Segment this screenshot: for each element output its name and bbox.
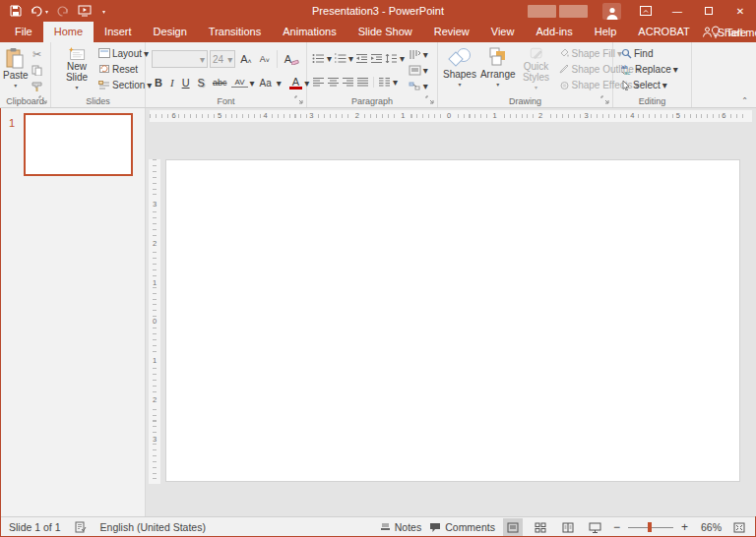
- font-name-combobox[interactable]: ▾: [152, 50, 208, 68]
- select-button[interactable]: Select▾: [621, 80, 691, 90]
- normal-view-button[interactable]: [503, 518, 523, 536]
- reset-button[interactable]: Reset: [98, 64, 152, 75]
- tab-help[interactable]: Help: [584, 22, 628, 42]
- change-case-button[interactable]: Aa: [257, 78, 275, 89]
- close-button[interactable]: ✕: [724, 0, 756, 22]
- shapes-dropdown-icon[interactable]: ▾: [458, 80, 461, 90]
- select-icon: [621, 80, 631, 90]
- slide-canvas[interactable]: [165, 159, 740, 482]
- quick-styles-icon: [525, 47, 548, 61]
- tab-review[interactable]: Review: [423, 22, 480, 42]
- character-spacing-dropdown-icon[interactable]: ▾: [250, 78, 255, 89]
- arrange-button[interactable]: Arrange ▾: [480, 45, 516, 93]
- fit-slide-to-window-icon[interactable]: [729, 518, 749, 536]
- shapes-button[interactable]: Shapes ▾: [443, 45, 476, 93]
- layout-button[interactable]: Layout▾: [98, 48, 152, 59]
- ribbon-display-options-icon[interactable]: [630, 0, 662, 22]
- bullets-dropdown-icon[interactable]: ▾: [327, 53, 332, 64]
- quick-styles-button[interactable]: Quick Styles ▾: [520, 45, 553, 93]
- horizontal-ruler[interactable]: 6 5 4 3 2 1 0 1 2 3 4 5 6: [150, 110, 752, 122]
- cut-icon[interactable]: ✂: [29, 48, 46, 61]
- columns-icon[interactable]: [378, 77, 391, 88]
- align-center-icon[interactable]: [327, 77, 340, 88]
- replace-button[interactable]: abac Replace▾: [621, 64, 691, 75]
- change-case-dropdown-icon[interactable]: ▾: [277, 78, 282, 89]
- reading-view-button[interactable]: [558, 518, 578, 536]
- convert-to-smartart-button[interactable]: ▾: [409, 81, 435, 91]
- drawing-dialog-launcher-icon[interactable]: [600, 95, 610, 105]
- clipboard-dialog-launcher-icon[interactable]: [38, 95, 48, 105]
- replace-dropdown-icon[interactable]: ▾: [673, 64, 678, 75]
- increase-font-size-button[interactable]: A˄: [237, 53, 254, 65]
- line-spacing-dropdown-icon[interactable]: ▾: [400, 53, 405, 64]
- paste-dropdown-icon[interactable]: ▾: [14, 81, 17, 91]
- align-right-icon[interactable]: [342, 77, 354, 88]
- find-button[interactable]: Find: [621, 48, 691, 59]
- line-spacing-icon[interactable]: [385, 53, 398, 64]
- italic-button[interactable]: I: [167, 77, 177, 89]
- new-slide-button[interactable]: New Slide ▾: [61, 45, 93, 93]
- zoom-in-button[interactable]: +: [681, 520, 688, 534]
- character-spacing-button[interactable]: AV: [231, 78, 247, 88]
- vertical-ruler[interactable]: 3 2 1 0 1 2 3: [149, 159, 160, 484]
- bold-button[interactable]: B: [152, 77, 165, 89]
- font-size-combobox[interactable]: 24▾: [210, 50, 235, 68]
- tab-acrobat[interactable]: ACROBAT: [627, 22, 700, 42]
- bullets-icon[interactable]: [312, 53, 325, 64]
- zoom-out-button[interactable]: −: [613, 520, 620, 534]
- font-dialog-launcher-icon[interactable]: [294, 95, 304, 105]
- numbering-icon[interactable]: [334, 53, 346, 64]
- decrease-font-size-button[interactable]: A˅: [257, 54, 273, 64]
- numbering-dropdown-icon[interactable]: ▾: [348, 53, 353, 64]
- new-slide-dropdown-icon[interactable]: ▾: [75, 83, 78, 93]
- slide-indicator[interactable]: Slide 1 of 1: [9, 521, 61, 533]
- minimize-button[interactable]: —: [662, 0, 693, 22]
- zoom-level[interactable]: 66%: [696, 521, 722, 533]
- clear-formatting-button[interactable]: A: [282, 53, 302, 65]
- zoom-slider[interactable]: [628, 518, 673, 536]
- paragraph-dialog-launcher-icon[interactable]: [425, 95, 435, 105]
- notes-button[interactable]: Notes: [380, 521, 421, 533]
- columns-dropdown-icon[interactable]: ▾: [393, 77, 398, 88]
- share-button[interactable]: Share: [702, 22, 746, 42]
- section-button[interactable]: Section▾: [98, 80, 152, 90]
- paste-button[interactable]: Paste ▾: [3, 45, 29, 93]
- align-text-button[interactable]: ▾: [409, 65, 435, 76]
- spell-check-icon[interactable]: [75, 521, 87, 533]
- format-painter-icon[interactable]: [29, 81, 46, 91]
- tab-design[interactable]: Design: [143, 22, 198, 42]
- arrange-dropdown-icon[interactable]: ▾: [496, 80, 499, 90]
- paragraph-group-label: Paragraph: [307, 96, 437, 106]
- copy-icon[interactable]: [29, 65, 46, 76]
- select-dropdown-icon[interactable]: ▾: [662, 80, 667, 90]
- text-shadow-button[interactable]: S: [195, 77, 208, 89]
- language-indicator[interactable]: English (United States): [100, 521, 206, 533]
- slide-show-view-button[interactable]: [586, 518, 605, 536]
- slide-sorter-view-button[interactable]: [531, 518, 550, 536]
- underline-button[interactable]: U: [179, 77, 193, 89]
- account-avatar[interactable]: [602, 3, 621, 20]
- tab-insert[interactable]: Insert: [94, 22, 143, 42]
- strikethrough-button[interactable]: abc: [210, 78, 230, 88]
- shape-fill-icon: [559, 48, 570, 58]
- tab-animations[interactable]: Animations: [272, 22, 346, 42]
- zoom-slider-thumb[interactable]: [648, 522, 652, 532]
- justify-icon[interactable]: [356, 77, 369, 88]
- tab-add-ins[interactable]: Add-ins: [525, 22, 583, 42]
- slide-thumbnail-1[interactable]: [24, 113, 133, 176]
- decrease-indent-icon[interactable]: [355, 53, 368, 64]
- quick-styles-dropdown-icon[interactable]: ▾: [535, 83, 537, 93]
- font-color-button[interactable]: A: [289, 77, 302, 90]
- tab-slide-show[interactable]: Slide Show: [347, 22, 423, 42]
- collapse-ribbon-icon[interactable]: ⌃: [741, 96, 748, 105]
- increase-indent-icon[interactable]: [370, 53, 383, 64]
- maximize-button[interactable]: [693, 0, 724, 22]
- align-left-icon[interactable]: [312, 77, 325, 88]
- tab-view[interactable]: View: [480, 22, 526, 42]
- tab-file[interactable]: File: [4, 22, 43, 42]
- tab-transitions[interactable]: Transitions: [198, 22, 272, 42]
- tab-home[interactable]: Home: [43, 22, 94, 42]
- text-direction-button[interactable]: ▾: [409, 49, 435, 60]
- user-name-redacted-2: [559, 5, 588, 18]
- comments-button[interactable]: Comments: [429, 521, 495, 533]
